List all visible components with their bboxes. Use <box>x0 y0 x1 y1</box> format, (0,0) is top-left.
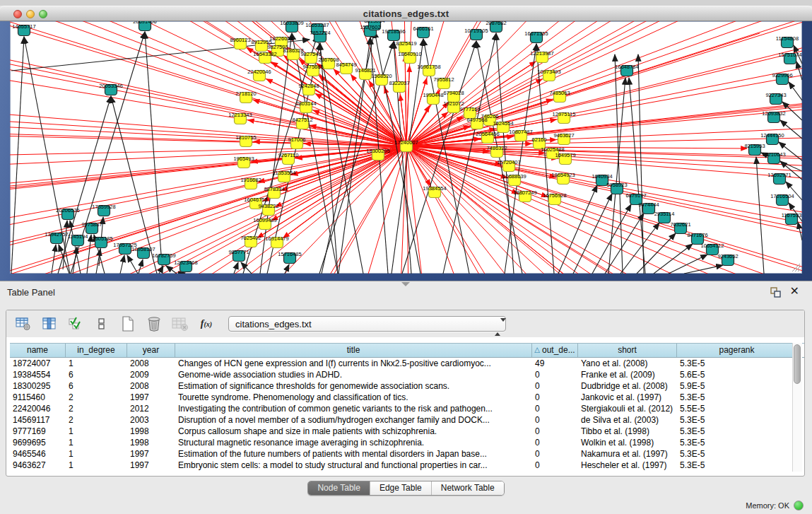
float-panel-icon[interactable] <box>770 287 781 298</box>
trash-icon <box>146 316 163 332</box>
table-row[interactable]: 1830029562008Estimation of significance … <box>10 380 805 392</box>
table-tabs-row: Node TableEdge TableNetwork Table <box>0 481 812 496</box>
network-table-selector[interactable]: citations_edges.txt <box>228 316 506 332</box>
citation-edge-black <box>798 222 802 240</box>
table-row[interactable]: 969969511998Structural magnetic resonanc… <box>10 437 805 448</box>
table-cell: 5.6E-5 <box>677 369 797 380</box>
citation-edge-black <box>615 54 623 274</box>
column-header-title[interactable]: title <box>175 344 532 357</box>
column-header-in_degree[interactable]: in_degree <box>66 344 127 357</box>
tab-edge-table[interactable]: Edge Table <box>370 481 431 495</box>
graph-node-label: 1527602 <box>360 24 380 30</box>
table-rows: 1872400712008Changes of HCN gene express… <box>10 358 805 471</box>
graph-node-label: 9267110 <box>278 152 299 158</box>
graph-node-label: 8427512 <box>292 117 312 123</box>
graph-node-label: 19218596 <box>382 28 405 35</box>
citation-edge-black <box>285 264 289 274</box>
tab-node-table[interactable]: Node Table <box>308 481 370 495</box>
table-cell: 9115460 <box>10 392 66 403</box>
table-cell: 5.3E-5 <box>677 414 797 426</box>
graph-node-label: 19384554 <box>423 185 446 192</box>
graph-node-label: 1145194 <box>68 233 88 240</box>
graph-node-label: 15720407 <box>497 159 520 165</box>
table-cell: Jankovic et al. (1997) <box>578 392 677 403</box>
table-cell: 5.3E-5 <box>677 358 797 369</box>
table-cell: 0 <box>532 380 578 392</box>
graph-node-label: 1649579 <box>555 152 575 158</box>
table-row[interactable]: 946554611997Estimation of the future num… <box>10 448 805 460</box>
select-rows-button[interactable] <box>93 316 110 332</box>
table-row[interactable]: 1938455462009Genome-wide association stu… <box>10 369 805 380</box>
table-vertical-scrollbar[interactable] <box>792 343 802 472</box>
table-cell: 6 <box>66 369 127 380</box>
table-cell: 1998 <box>127 426 175 437</box>
select-all-button[interactable] <box>67 316 84 332</box>
graph-node-label: 1624554 <box>493 120 513 127</box>
column-header-out_de[interactable]: △out_de... <box>532 344 578 357</box>
graph-node-label: 22420046 <box>247 69 271 75</box>
table-cell: 1 <box>66 426 127 437</box>
table-row[interactable]: 946362711997Embryonic stem cells: a mode… <box>10 460 805 471</box>
table-settings-button[interactable] <box>15 316 32 332</box>
table-row[interactable]: 977716911998Corpus callosum shape and si… <box>10 426 805 437</box>
citation-network-graph[interactable]: 1405571720691406160338097857224106532871… <box>10 21 802 274</box>
table-cell: Estimation of significance thresholds fo… <box>175 380 532 392</box>
table-cell: 9777169 <box>10 426 66 437</box>
create-column-button[interactable] <box>119 316 136 332</box>
scrollbar-thumb[interactable] <box>794 344 801 384</box>
graph-node-label: 12444150 <box>760 132 784 139</box>
show-columns-button[interactable] <box>41 316 58 332</box>
column-header-year[interactable]: year <box>127 344 175 357</box>
citation-edge-black <box>120 255 124 274</box>
table-cell: Yano et al. (2008) <box>578 358 677 369</box>
graph-node-label: 2087682 <box>486 21 506 26</box>
function-builder-button[interactable]: f(x) <box>198 316 215 332</box>
table-row[interactable]: 2242004622012Investigating the contribut… <box>10 403 805 414</box>
table-cell: 5.9E-5 <box>677 380 797 392</box>
graph-node-label: 6879197 <box>625 192 646 199</box>
table-cell: Investigating the contribution of common… <box>175 403 532 414</box>
network-window-titlebar[interactable]: citations_edges.txt <box>0 6 812 21</box>
column-header-name[interactable]: name <box>10 344 66 357</box>
table-cell: 1998 <box>127 437 175 448</box>
delete-column-button[interactable] <box>146 316 163 332</box>
citation-edge-black <box>620 223 659 274</box>
citation-edge-black <box>139 259 143 274</box>
column-header-short[interactable]: short <box>578 344 677 357</box>
graph-node-label: 2803144 <box>295 100 316 107</box>
close-panel-icon[interactable]: ✕ <box>790 286 799 297</box>
table-cell: Genome-wide association studies in ADHD. <box>175 369 532 380</box>
delete-table-button[interactable] <box>172 316 189 332</box>
graph-node-label: 18807249 <box>513 189 536 196</box>
graph-node-label: 12975115 <box>553 111 576 117</box>
graph-node-label: 7486322 <box>486 145 507 151</box>
network-canvas[interactable]: 1405571720691406160338097857224106532871… <box>10 21 802 274</box>
table-cell: 0 <box>532 414 578 426</box>
graph-node-label: 1167533 <box>782 212 802 218</box>
desktop-background <box>0 0 812 6</box>
table-row[interactable]: 1456911722003Disruption of a novel membe… <box>10 414 805 426</box>
new-document-icon <box>120 316 136 332</box>
table-header-row: namein_degreeyeartitle△out_de...shortpag… <box>10 343 805 358</box>
table-cell: 1997 <box>127 460 175 471</box>
table-cell: 5.3E-5 <box>677 460 797 471</box>
graph-node-label: 20053346 <box>99 83 122 89</box>
table-cell: 1 <box>66 460 127 471</box>
table-cell: 2009 <box>127 369 175 380</box>
graph-node-label: 1916682 <box>240 177 261 183</box>
table-cell: 5.3E-5 <box>677 392 797 403</box>
table-row[interactable]: 1872400712008Changes of HCN gene express… <box>10 358 805 369</box>
graph-node-label: 14055717 <box>12 23 35 30</box>
canvas-resize-grip[interactable] <box>789 261 801 272</box>
graph-node-label: 1640934 <box>592 173 612 180</box>
column-header-pagerank[interactable]: pagerank <box>677 344 797 357</box>
table-cell: 1 <box>66 358 127 369</box>
memory-status-indicator[interactable] <box>794 501 804 510</box>
table-cell: 5.3E-5 <box>677 437 797 448</box>
citation-edge-black <box>796 62 802 80</box>
graph-node-label: 6794028 <box>443 90 464 96</box>
table-row[interactable]: 911546021997Tourette syndrome. Phenomeno… <box>10 392 805 403</box>
table-cell: Hescheler et al. (1997) <box>578 460 677 471</box>
tab-network-table[interactable]: Network Table <box>431 481 504 495</box>
table-cell: 2 <box>66 414 127 426</box>
